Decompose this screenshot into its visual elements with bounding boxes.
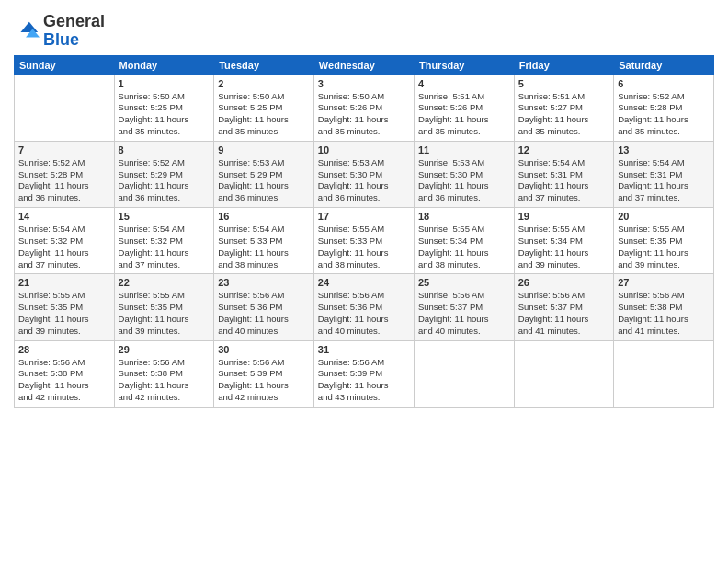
day-number: 23 <box>218 277 310 288</box>
calendar-cell <box>614 340 714 407</box>
calendar-cell: 27Sunrise: 5:56 AM Sunset: 5:38 PM Dayli… <box>614 274 714 340</box>
calendar-cell: 2Sunrise: 5:50 AM Sunset: 5:25 PM Daylig… <box>214 75 314 141</box>
calendar-cell: 25Sunrise: 5:56 AM Sunset: 5:37 PM Dayli… <box>414 274 514 340</box>
day-number: 10 <box>318 144 410 155</box>
svg-marker-0 <box>20 22 38 32</box>
calendar-cell: 15Sunrise: 5:54 AM Sunset: 5:32 PM Dayli… <box>114 208 214 274</box>
calendar-cell: 19Sunrise: 5:55 AM Sunset: 5:34 PM Dayli… <box>514 208 613 274</box>
day-info: Sunrise: 5:55 AM Sunset: 5:34 PM Dayligh… <box>518 224 609 270</box>
calendar-cell: 10Sunrise: 5:53 AM Sunset: 5:30 PM Dayli… <box>313 141 414 207</box>
day-number: 26 <box>518 277 609 288</box>
day-number: 25 <box>418 277 510 288</box>
calendar-cell: 4Sunrise: 5:51 AM Sunset: 5:26 PM Daylig… <box>414 75 514 141</box>
calendar-cell: 22Sunrise: 5:55 AM Sunset: 5:35 PM Dayli… <box>114 274 214 340</box>
logo-blue: Blue <box>43 31 105 50</box>
calendar-cell: 9Sunrise: 5:53 AM Sunset: 5:29 PM Daylig… <box>214 141 314 207</box>
calendar-cell: 14Sunrise: 5:54 AM Sunset: 5:32 PM Dayli… <box>15 208 115 274</box>
calendar-cell: 1Sunrise: 5:50 AM Sunset: 5:25 PM Daylig… <box>114 75 214 141</box>
day-info: Sunrise: 5:55 AM Sunset: 5:35 PM Dayligh… <box>119 290 210 337</box>
calendar-body: 1Sunrise: 5:50 AM Sunset: 5:25 PM Daylig… <box>15 75 714 407</box>
day-number: 24 <box>318 277 410 288</box>
calendar-week-3: 14Sunrise: 5:54 AM Sunset: 5:32 PM Dayli… <box>15 208 714 274</box>
calendar-week-4: 21Sunrise: 5:55 AM Sunset: 5:35 PM Dayli… <box>15 274 714 340</box>
day-info: Sunrise: 5:51 AM Sunset: 5:27 PM Dayligh… <box>518 91 609 138</box>
day-info: Sunrise: 5:53 AM Sunset: 5:30 PM Dayligh… <box>318 157 410 204</box>
day-info: Sunrise: 5:53 AM Sunset: 5:29 PM Dayligh… <box>218 157 310 204</box>
day-info: Sunrise: 5:54 AM Sunset: 5:32 PM Dayligh… <box>119 224 210 270</box>
page: General Blue SundayMondayTuesdayWednesda… <box>0 0 728 563</box>
day-number: 22 <box>119 277 210 288</box>
day-number: 7 <box>18 144 110 155</box>
day-header-thursday: Thursday <box>414 55 514 75</box>
day-number: 19 <box>518 211 609 222</box>
day-number: 21 <box>18 277 110 288</box>
day-number: 1 <box>119 78 210 89</box>
day-number: 6 <box>618 78 710 89</box>
day-header-friday: Friday <box>514 55 613 75</box>
day-info: Sunrise: 5:56 AM Sunset: 5:37 PM Dayligh… <box>518 290 609 337</box>
calendar-cell: 3Sunrise: 5:50 AM Sunset: 5:26 PM Daylig… <box>313 75 414 141</box>
calendar-cell: 21Sunrise: 5:55 AM Sunset: 5:35 PM Dayli… <box>15 274 115 340</box>
calendar-week-5: 28Sunrise: 5:56 AM Sunset: 5:38 PM Dayli… <box>15 340 714 407</box>
day-info: Sunrise: 5:54 AM Sunset: 5:32 PM Dayligh… <box>18 224 110 270</box>
day-number: 29 <box>119 344 210 355</box>
calendar-cell: 18Sunrise: 5:55 AM Sunset: 5:34 PM Dayli… <box>414 208 514 274</box>
day-info: Sunrise: 5:55 AM Sunset: 5:35 PM Dayligh… <box>618 224 710 270</box>
day-info: Sunrise: 5:52 AM Sunset: 5:28 PM Dayligh… <box>618 91 710 138</box>
day-info: Sunrise: 5:53 AM Sunset: 5:30 PM Dayligh… <box>418 157 510 204</box>
day-header-monday: Monday <box>114 55 214 75</box>
calendar-cell: 13Sunrise: 5:54 AM Sunset: 5:31 PM Dayli… <box>614 141 714 207</box>
day-number: 12 <box>518 144 609 155</box>
day-number: 16 <box>218 211 310 222</box>
day-info: Sunrise: 5:54 AM Sunset: 5:31 PM Dayligh… <box>518 157 609 204</box>
calendar-cell: 28Sunrise: 5:56 AM Sunset: 5:38 PM Dayli… <box>15 340 115 407</box>
day-header-saturday: Saturday <box>614 55 714 75</box>
day-number: 5 <box>518 78 609 89</box>
day-number: 31 <box>318 344 410 355</box>
day-number: 11 <box>418 144 510 155</box>
calendar-cell: 17Sunrise: 5:55 AM Sunset: 5:33 PM Dayli… <box>313 208 414 274</box>
calendar-week-1: 1Sunrise: 5:50 AM Sunset: 5:25 PM Daylig… <box>15 75 714 141</box>
calendar-cell: 12Sunrise: 5:54 AM Sunset: 5:31 PM Dayli… <box>514 141 613 207</box>
day-info: Sunrise: 5:56 AM Sunset: 5:38 PM Dayligh… <box>119 357 210 404</box>
day-info: Sunrise: 5:55 AM Sunset: 5:33 PM Dayligh… <box>318 224 410 270</box>
calendar-header: SundayMondayTuesdayWednesdayThursdayFrid… <box>15 55 714 75</box>
calendar-week-2: 7Sunrise: 5:52 AM Sunset: 5:28 PM Daylig… <box>15 141 714 207</box>
calendar-cell: 7Sunrise: 5:52 AM Sunset: 5:28 PM Daylig… <box>15 141 115 207</box>
logo-general: General <box>43 13 105 31</box>
day-info: Sunrise: 5:51 AM Sunset: 5:26 PM Dayligh… <box>418 91 510 138</box>
logo-icon <box>14 18 40 44</box>
day-info: Sunrise: 5:54 AM Sunset: 5:31 PM Dayligh… <box>618 157 710 204</box>
calendar-cell <box>514 340 613 407</box>
day-info: Sunrise: 5:56 AM Sunset: 5:38 PM Dayligh… <box>18 357 110 404</box>
day-info: Sunrise: 5:54 AM Sunset: 5:33 PM Dayligh… <box>218 224 310 270</box>
header-row: SundayMondayTuesdayWednesdayThursdayFrid… <box>15 55 714 75</box>
day-header-tuesday: Tuesday <box>214 55 314 75</box>
day-info: Sunrise: 5:56 AM Sunset: 5:39 PM Dayligh… <box>318 357 410 404</box>
calendar-cell: 16Sunrise: 5:54 AM Sunset: 5:33 PM Dayli… <box>214 208 314 274</box>
day-info: Sunrise: 5:50 AM Sunset: 5:25 PM Dayligh… <box>119 91 210 138</box>
calendar-cell: 11Sunrise: 5:53 AM Sunset: 5:30 PM Dayli… <box>414 141 514 207</box>
day-number: 17 <box>318 211 410 222</box>
calendar-cell: 24Sunrise: 5:56 AM Sunset: 5:36 PM Dayli… <box>313 274 414 340</box>
day-number: 28 <box>18 344 110 355</box>
day-info: Sunrise: 5:56 AM Sunset: 5:39 PM Dayligh… <box>218 357 310 404</box>
day-number: 4 <box>418 78 510 89</box>
day-info: Sunrise: 5:56 AM Sunset: 5:38 PM Dayligh… <box>618 290 710 337</box>
day-info: Sunrise: 5:52 AM Sunset: 5:28 PM Dayligh… <box>18 157 110 204</box>
calendar-cell: 26Sunrise: 5:56 AM Sunset: 5:37 PM Dayli… <box>514 274 613 340</box>
calendar-cell: 5Sunrise: 5:51 AM Sunset: 5:27 PM Daylig… <box>514 75 613 141</box>
day-header-sunday: Sunday <box>15 55 115 75</box>
day-number: 15 <box>119 211 210 222</box>
day-header-wednesday: Wednesday <box>313 55 414 75</box>
day-number: 9 <box>218 144 310 155</box>
day-number: 8 <box>119 144 210 155</box>
day-number: 13 <box>618 144 710 155</box>
calendar-cell <box>15 75 115 141</box>
calendar-cell: 31Sunrise: 5:56 AM Sunset: 5:39 PM Dayli… <box>313 340 414 407</box>
day-info: Sunrise: 5:55 AM Sunset: 5:35 PM Dayligh… <box>18 290 110 337</box>
day-number: 27 <box>618 277 710 288</box>
day-number: 2 <box>218 78 310 89</box>
calendar-table: SundayMondayTuesdayWednesdayThursdayFrid… <box>14 55 714 408</box>
calendar-cell: 23Sunrise: 5:56 AM Sunset: 5:36 PM Dayli… <box>214 274 314 340</box>
